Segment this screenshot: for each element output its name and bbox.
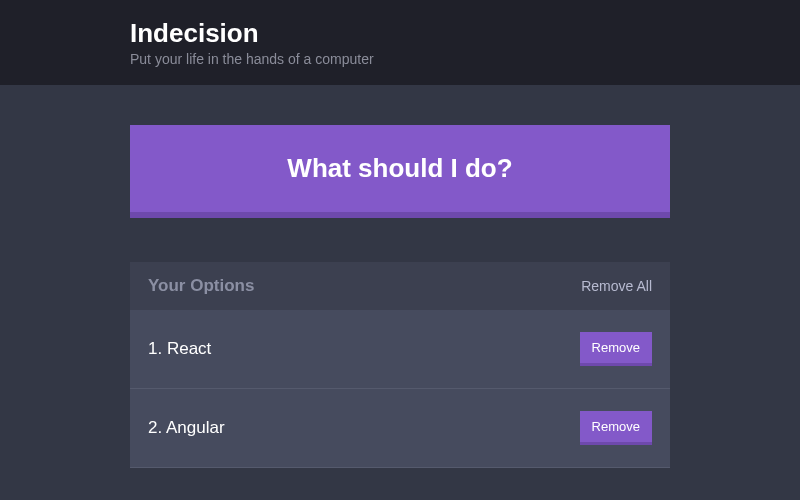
options-header: Your Options Remove All (130, 262, 670, 310)
decide-button[interactable]: What should I do? (130, 125, 670, 218)
options-title: Your Options (148, 276, 254, 296)
app-header: Indecision Put your life in the hands of… (0, 0, 800, 85)
list-item: 1. React Remove (130, 310, 670, 389)
app-subtitle: Put your life in the hands of a computer (130, 51, 800, 67)
list-item: 2. Angular Remove (130, 389, 670, 468)
option-text: 2. Angular (148, 418, 225, 438)
app-title: Indecision (130, 18, 800, 49)
main-container: What should I do? Your Options Remove Al… (0, 85, 800, 468)
option-text: 1. React (148, 339, 211, 359)
remove-button[interactable]: Remove (580, 332, 652, 366)
remove-button[interactable]: Remove (580, 411, 652, 445)
remove-all-button[interactable]: Remove All (581, 278, 652, 294)
options-widget: Your Options Remove All 1. React Remove … (130, 262, 670, 468)
